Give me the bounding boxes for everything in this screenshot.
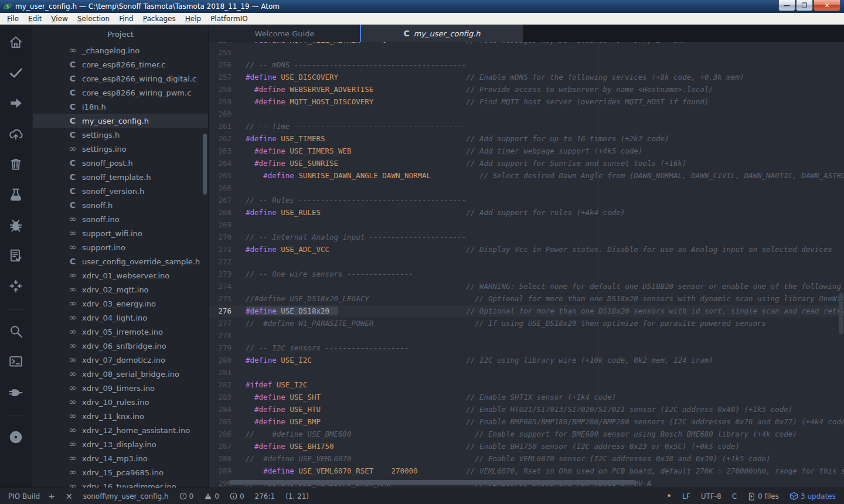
error-count[interactable]: 0 <box>179 492 194 500</box>
tree-item-xdrv_11_knx.ino[interactable]: ∞xdrv_11_knx.ino <box>33 409 208 423</box>
tree-item-sonoff_template.h[interactable]: Csonoff_template.h <box>33 170 208 184</box>
pio-build-tab[interactable]: PIO Build <box>8 492 40 500</box>
tab-my-user-config-h[interactable]: Cmy_user_config.h <box>360 25 523 42</box>
line-number[interactable]: 267 <box>209 194 232 206</box>
code-line-283[interactable]: 283 #define USE_SHT // Enable SHT1X sens… <box>209 391 844 403</box>
menu-edit[interactable]: Edit <box>23 13 46 25</box>
terminal-icon[interactable] <box>8 353 24 370</box>
tree-item-xdrv_09_timers.ino[interactable]: ∞xdrv_09_timers.ino <box>33 381 208 395</box>
code-line-272[interactable]: 272 <box>209 256 844 268</box>
menu-platformio[interactable]: PlatformIO <box>206 13 253 25</box>
tree-item-xdrv_05_irremote.ino[interactable]: ∞xdrv_05_irremote.ino <box>33 325 208 339</box>
menu-help[interactable]: Help <box>181 13 206 25</box>
line-number[interactable]: 289 <box>209 465 232 477</box>
tree-item-settings.h[interactable]: Csettings.h <box>33 128 208 142</box>
code-line-281[interactable]: 281 <box>209 366 844 379</box>
tree-item-xdrv_08_serial_bridge.ino[interactable]: ∞xdrv_08_serial_bridge.ino <box>33 367 208 381</box>
line-number[interactable]: 255 <box>209 46 232 59</box>
line-number[interactable]: 254 <box>209 42 232 46</box>
line-number[interactable]: 263 <box>209 145 232 157</box>
line-number[interactable]: 256 <box>209 59 232 71</box>
tree-item-core_esp8266_wiring_digital.c[interactable]: Ccore_esp8266_wiring_digital.c <box>33 71 208 86</box>
build-check-icon[interactable] <box>8 64 24 81</box>
tree-item-xdrv_01_webserver.ino[interactable]: ∞xdrv_01_webserver.ino <box>33 268 208 282</box>
grammar-selector[interactable]: C <box>732 492 737 500</box>
line-number[interactable]: 262 <box>209 132 232 145</box>
line-number[interactable]: 279 <box>209 342 232 354</box>
menu-file[interactable]: File <box>2 13 23 25</box>
package-updates[interactable]: 3 updates <box>789 492 836 500</box>
line-number[interactable]: 275 <box>209 292 232 305</box>
code-editor[interactable]: 254 #define MQTT_TELE_RETAIN 0 // Tele m… <box>209 42 844 488</box>
line-number[interactable]: 280 <box>209 354 232 366</box>
cursor-position[interactable]: 276:1 <box>255 492 275 500</box>
code-line-279[interactable]: 279// -- I2C sensors ------------------- <box>209 342 844 354</box>
tree-item-xdrv_12_home_assistant.ino[interactable]: ∞xdrv_12_home_assistant.ino <box>33 423 208 437</box>
code-line-280[interactable]: 280#define USE_I2C // I2C using library … <box>209 354 844 366</box>
line-number[interactable]: 270 <box>209 231 232 243</box>
file-path[interactable]: sonoff\my_user_config.h <box>83 492 169 500</box>
code-line-271[interactable]: 271#define USE_ADC_VCC // Display Vcc in… <box>209 243 844 256</box>
tree-item-xdrv_06_snfbridge.ino[interactable]: ∞xdrv_06_snfbridge.ino <box>33 339 208 353</box>
line-number[interactable]: 269 <box>209 219 232 231</box>
close-button[interactable]: ✕ <box>814 0 840 11</box>
code-line-278[interactable]: 278 <box>209 329 844 342</box>
busy-signal-dot[interactable]: • <box>666 491 672 502</box>
code-line-261[interactable]: 261// -- Time --------------------------… <box>209 120 844 132</box>
settings-gear-icon[interactable] <box>8 429 24 445</box>
code-line-277[interactable]: 277// #define W1_PARASITE_POWER // If us… <box>209 317 844 329</box>
warning-count[interactable]: 0 <box>204 492 219 500</box>
line-number[interactable]: 259 <box>209 96 232 108</box>
tree-item-xdrv_16_tuyadimmer.ino[interactable]: ∞xdrv_16_tuyadimmer.ino <box>33 479 208 488</box>
line-ending-selector[interactable]: LF <box>682 492 690 500</box>
code-line-285[interactable]: 285 #define USE_BMP // Enable BMP085/BMP… <box>209 416 844 428</box>
line-number[interactable]: 268 <box>209 206 232 219</box>
code-line-269[interactable]: 269 <box>209 219 844 231</box>
line-number[interactable]: 271 <box>209 243 232 256</box>
line-number[interactable]: 284 <box>209 403 232 416</box>
update-compress-icon[interactable] <box>8 278 24 294</box>
tree-item-my_user_config.h[interactable]: Cmy_user_config.h <box>33 114 208 128</box>
tree-item-sonoff_version.h[interactable]: Csonoff_version.h <box>33 184 208 198</box>
tree-item-xdrv_03_energy.ino[interactable]: ∞xdrv_03_energy.ino <box>33 297 208 311</box>
encoding-selector[interactable]: UTF-8 <box>701 492 722 500</box>
line-number[interactable]: 273 <box>209 268 232 280</box>
line-number[interactable]: 282 <box>209 379 232 391</box>
home-icon[interactable] <box>8 34 24 50</box>
line-number[interactable]: 258 <box>209 83 232 96</box>
code-line-275[interactable]: 275//#define USE_DS18x20_LEGACY // Optio… <box>209 292 844 305</box>
minimize-button[interactable]: — <box>778 0 795 11</box>
line-number[interactable]: 276 <box>209 305 232 317</box>
tree-item-xdrv_02_mqtt.ino[interactable]: ∞xdrv_02_mqtt.ino <box>33 282 208 297</box>
code-line-258[interactable]: 258 #define WEBSERVER_ADVERTISE // Provi… <box>209 83 844 96</box>
menu-view[interactable]: View <box>46 13 72 25</box>
code-line-274[interactable]: 274 // WARNING: Select none for default … <box>209 280 844 292</box>
line-number[interactable]: 266 <box>209 182 232 194</box>
tree-item-sonoff.ino[interactable]: ∞sonoff.ino <box>33 212 208 226</box>
serial-monitor-plug-icon[interactable] <box>8 384 24 400</box>
line-number[interactable]: 260 <box>209 108 232 120</box>
code-line-268[interactable]: 268#define USE_RULES // Add support for … <box>209 206 844 219</box>
info-count[interactable]: 0 <box>230 492 244 500</box>
line-number[interactable]: 288 <box>209 452 232 465</box>
line-number[interactable]: 283 <box>209 391 232 403</box>
code-line-256[interactable]: 256// -- mDNS --------------------------… <box>209 59 844 71</box>
code-line-273[interactable]: 273// -- One wire sensors --------------… <box>209 268 844 280</box>
tab-welcome-guide[interactable]: Welcome Guide <box>209 25 360 42</box>
line-number[interactable]: 264 <box>209 157 232 169</box>
git-files-status[interactable]: 0 files <box>747 492 779 500</box>
restore-button[interactable]: ❐ <box>796 0 813 11</box>
selection-count[interactable]: (1, 21) <box>285 492 309 500</box>
test-flask-icon[interactable] <box>8 186 24 203</box>
vertical-scrollbar-thumb[interactable] <box>839 293 843 334</box>
code-line-257[interactable]: 257#define USE_DISCOVERY // Enable mDNS … <box>209 71 844 83</box>
code-line-287[interactable]: 287 #define USE_BH1750 // Enable BH1750 … <box>209 440 844 452</box>
line-number[interactable]: 286 <box>209 428 232 440</box>
code-line-284[interactable]: 284 #define USE_HTU // Enable HTU21/SI70… <box>209 403 844 416</box>
line-number[interactable]: 278 <box>209 329 232 342</box>
code-line-270[interactable]: 270// -- Internal Analog input ---------… <box>209 231 844 243</box>
tree-item-support_wifi.ino[interactable]: ∞support_wifi.ino <box>33 226 208 240</box>
tree-scrollbar-thumb[interactable] <box>203 134 207 195</box>
code-line-264[interactable]: 264 #define USE_SUNRISE // Add support f… <box>209 157 844 169</box>
menu-selection[interactable]: Selection <box>73 13 114 25</box>
